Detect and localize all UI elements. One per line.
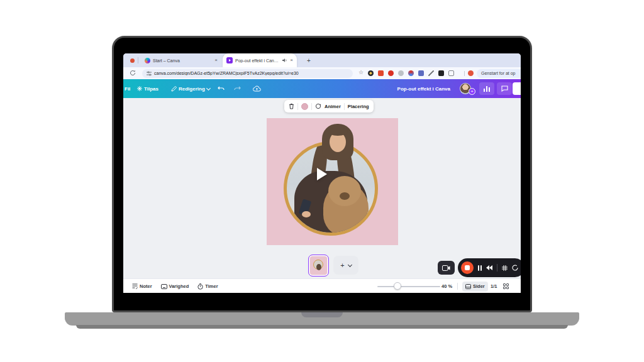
- varighed-button[interactable]: Varighed: [161, 283, 189, 289]
- design-title[interactable]: Pop-out effekt i Canva: [397, 79, 450, 98]
- extension-icon[interactable]: [368, 70, 374, 76]
- tab-label: Start – Canva: [153, 58, 212, 63]
- extension-icon[interactable]: [398, 70, 404, 76]
- zoom-value: 40 %: [441, 279, 452, 293]
- animate-icon[interactable]: [315, 103, 321, 109]
- reload-icon[interactable]: [130, 70, 136, 76]
- redo-button[interactable]: [234, 79, 241, 98]
- restart-label: Genstart for at op: [481, 71, 515, 75]
- zoom-slider-knob[interactable]: [394, 282, 401, 290]
- divider: [344, 103, 345, 110]
- context-toolbar: Animer Placering: [284, 100, 374, 112]
- close-tab-icon[interactable]: ×: [214, 58, 218, 63]
- pages-icon: [465, 284, 471, 289]
- editor-canvas: Animer Placering: [123, 98, 521, 278]
- delete-icon[interactable]: [289, 103, 294, 109]
- close-tab-icon[interactable]: ×: [290, 58, 293, 63]
- notes-icon: [132, 283, 138, 289]
- dog-head: [328, 176, 361, 206]
- browser-addressbar: canva.com/design/DAGz-et5pYw/ZRAMCjsxpiF…: [123, 67, 521, 79]
- timer-label: Timer: [205, 283, 218, 289]
- browser-window: Start – Canva × Pop-out effekt i Canva -…: [123, 53, 521, 293]
- extensions-row: [368, 70, 454, 76]
- profile-avatar-icon[interactable]: [468, 70, 474, 76]
- editor-footer: Noter Varighed Timer 40 % Sider 1/1: [123, 278, 521, 293]
- plus-icon: +: [340, 261, 344, 269]
- tab-label: Pop-out effekt i Canva -: [235, 58, 280, 63]
- rewind-button[interactable]: [486, 265, 492, 270]
- hand: [302, 211, 311, 217]
- menu-tilpas[interactable]: Tilpas: [137, 79, 158, 98]
- divider: [464, 71, 465, 76]
- site-settings-icon: [147, 71, 152, 76]
- recording-indicator-icon: [130, 58, 135, 63]
- popout-head: [322, 124, 353, 163]
- sider-label: Sider: [473, 283, 485, 289]
- page-indicator: 1/1: [491, 279, 497, 293]
- divider: [497, 264, 497, 272]
- browser-tabstrip: Start – Canva × Pop-out effekt i Canva -…: [123, 53, 521, 67]
- menu-fil[interactable]: Fil: [125, 79, 130, 98]
- extension-icon[interactable]: [408, 70, 414, 76]
- add-page-button[interactable]: +: [333, 256, 358, 275]
- share-button[interactable]: [513, 82, 521, 95]
- url-input[interactable]: canva.com/design/DAGz-et5pYw/ZRAMCjsxpiF…: [142, 69, 353, 78]
- grid-view-icon[interactable]: [503, 283, 509, 289]
- magic-resize-icon: [137, 86, 142, 91]
- laptop-notch: [301, 312, 343, 317]
- design-page[interactable]: [267, 118, 398, 245]
- noter-label: Noter: [140, 283, 152, 289]
- thumbnail-figure: [316, 264, 321, 270]
- divider: [297, 103, 298, 110]
- extension-icon[interactable]: [378, 70, 384, 76]
- extension-icon[interactable]: [388, 70, 394, 76]
- camera-button[interactable]: [438, 261, 455, 275]
- menu-tilpas-label: Tilpas: [144, 86, 158, 92]
- tab-popout-effekt[interactable]: Pop-out effekt i Canva - ×: [223, 53, 297, 67]
- sider-button[interactable]: Sider: [462, 282, 488, 292]
- divider: [138, 57, 138, 63]
- laptop-base: [65, 312, 579, 326]
- chevron-down-icon: [348, 262, 352, 266]
- chevron-down-icon: [206, 85, 211, 90]
- menu-redigering-label: Redigering: [179, 86, 205, 92]
- extension-icon[interactable]: [438, 70, 444, 76]
- varighed-label: Varighed: [169, 283, 189, 289]
- comment-button[interactable]: [497, 82, 512, 95]
- design-favicon-icon: [226, 57, 233, 63]
- stop-record-button[interactable]: [461, 261, 474, 274]
- extension-icon[interactable]: [418, 70, 424, 76]
- insights-button[interactable]: [479, 82, 494, 95]
- restart-to-update-button[interactable]: Genstart for at op: [477, 69, 521, 78]
- divider: [311, 103, 312, 110]
- bookmark-star-icon[interactable]: ☆: [358, 69, 364, 75]
- screenshot-stage: Start – Canva × Pop-out effekt i Canva -…: [0, 0, 644, 362]
- pause-button[interactable]: [478, 265, 482, 271]
- animer-button[interactable]: Animer: [325, 104, 341, 109]
- undo-button[interactable]: [218, 79, 225, 98]
- canva-top-toolbar: Fil Tilpas Redigering Pop-out effekt i C…: [123, 79, 521, 98]
- cloud-save-icon[interactable]: [253, 79, 261, 98]
- placering-button[interactable]: Placering: [348, 104, 369, 109]
- url-text: canva.com/design/DAGz-et5pYw/ZRAMCjsxpiF…: [154, 71, 299, 75]
- menu-redigering[interactable]: Redigering: [171, 79, 210, 98]
- color-swatch[interactable]: [301, 103, 308, 110]
- divider: [457, 283, 458, 290]
- page-thumbnail[interactable]: [308, 255, 329, 277]
- play-button-icon[interactable]: [316, 167, 328, 181]
- new-tab-button[interactable]: +: [304, 55, 313, 65]
- restart-record-icon[interactable]: [512, 265, 518, 271]
- pencil-icon: [171, 86, 177, 92]
- extensions-puzzle-icon[interactable]: [448, 70, 454, 76]
- dog-nose: [340, 192, 350, 200]
- tab-start-canva[interactable]: Start – Canva ×: [141, 53, 221, 67]
- audio-playing-icon[interactable]: [282, 58, 287, 63]
- recording-controls: [458, 258, 521, 277]
- pen-extension-icon[interactable]: [428, 70, 434, 76]
- zoom-slider-track[interactable]: [377, 286, 440, 287]
- grid-settings-icon[interactable]: [502, 265, 508, 271]
- invite-plus-button[interactable]: +: [469, 88, 475, 95]
- timer-icon: [197, 283, 203, 290]
- noter-button[interactable]: Noter: [132, 283, 152, 289]
- timer-button[interactable]: Timer: [197, 283, 218, 290]
